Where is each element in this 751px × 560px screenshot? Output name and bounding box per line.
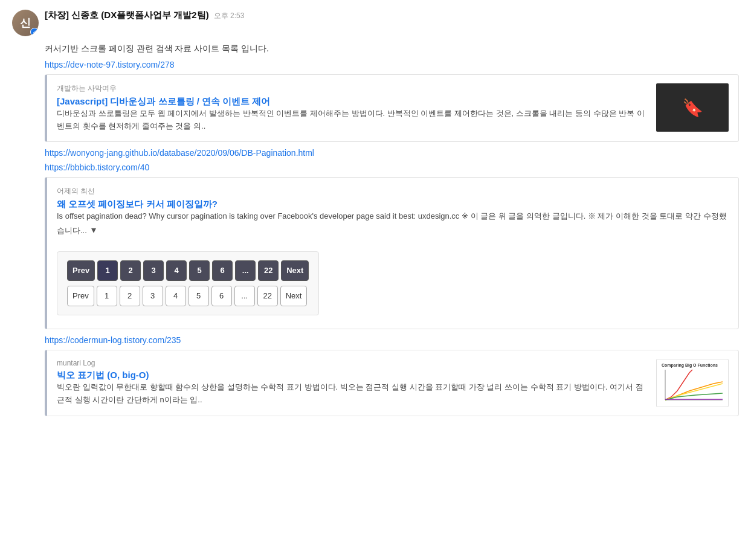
pagination-row-2: Prev 1 2 3 4 5 6 ... 22 Next [67, 286, 309, 306]
card3-thumbnail: Comparing Big O Functions [656, 359, 729, 407]
ellipsis-btn-2[interactable]: ... [234, 286, 255, 306]
page-3-btn-2[interactable]: 3 [143, 286, 163, 306]
page-6-btn-2[interactable]: 6 [211, 286, 232, 306]
message-header: 신 [차장] 신종호 (DX플랫폼사업부 개발2팀) 오후 2:53 [12, 10, 739, 36]
card2-desc: Is offset pagination dead? Why cursor pa… [57, 210, 729, 238]
preview-card-3: muntari Log 빅오 표기법 (O, big-O) 빅오란 입력값이 무… [45, 350, 739, 416]
link-3[interactable]: https://bbbicb.tistory.com/40 [45, 163, 739, 172]
prev-btn-1[interactable]: Prev [67, 260, 95, 281]
page-22-btn-1[interactable]: 22 [258, 260, 279, 281]
card1-content: 개발하는 사막여우 [Javascript] 디바운싱과 쓰로틀링 / 연속 이… [57, 83, 649, 133]
card3-content: muntari Log 빅오 표기법 (O, big-O) 빅오란 입력값이 무… [57, 359, 649, 407]
link-1[interactable]: https://dev-note-97.tistory.com/278 [45, 60, 739, 69]
bigo-chart: Comparing Big O Functions [659, 361, 726, 404]
card3-site: muntari Log [57, 359, 649, 367]
card1-desc: 디바운싱과 쓰로틀링은 모두 웹 페이지에서 발생하는 반복적인 이벤트를 제어… [57, 108, 649, 133]
page-2-btn-2[interactable]: 2 [120, 286, 140, 306]
page-22-btn-2[interactable]: 22 [257, 286, 278, 306]
card1-title[interactable]: [Javascript] 디바운싱과 쓰로틀링 / 연속 이벤트 제어 [57, 96, 270, 106]
page-2-btn-1[interactable]: 2 [120, 260, 141, 281]
card3-desc: 빅오란 입력값이 무한대로 향할때 함수의 상한을 설명하는 수학적 표기 방법… [57, 381, 649, 407]
page-5-btn-2[interactable]: 5 [189, 286, 209, 306]
page-5-btn-1[interactable]: 5 [189, 260, 210, 281]
ellipsis-btn-1[interactable]: ... [235, 260, 256, 281]
timestamp: 오후 2:53 [214, 11, 245, 21]
page-3-btn-1[interactable]: 3 [143, 260, 164, 281]
preview-card-2: 어제의 최선 왜 오프셋 페이징보다 커서 페이징일까? Is offset p… [45, 177, 739, 329]
pagination-row-1: Prev 1 2 3 4 5 6 ... 22 Next [67, 260, 309, 281]
card3-title[interactable]: 빅오 표기법 (O, big-O) [57, 370, 149, 380]
sender-name: [차장] 신종호 (DX플랫폼사업부 개발2팀) [45, 10, 209, 21]
card1-site: 개발하는 사막여우 [57, 83, 649, 94]
page-6-btn-1[interactable]: 6 [212, 260, 233, 281]
page-4-btn-2[interactable]: 4 [166, 286, 186, 306]
page-1-btn-2[interactable]: 1 [97, 286, 117, 306]
prev-btn-2[interactable]: Prev [67, 286, 94, 306]
pagination-demo: Prev 1 2 3 4 5 6 ... 22 Next [57, 246, 729, 320]
bookmark-icon: 🔖 [682, 98, 703, 118]
page-4-btn-1[interactable]: 4 [166, 260, 187, 281]
card2-title[interactable]: 왜 오프셋 페이징보다 커서 페이징일까? [57, 199, 218, 209]
card1-thumbnail: 🔖 [656, 83, 729, 132]
header-info: [차장] 신종호 (DX플랫폼사업부 개발2팀) 오후 2:53 [45, 10, 244, 21]
pagination-wrapper: Prev 1 2 3 4 5 6 ... 22 Next [57, 251, 319, 315]
card2-site: 어제의 최선 [57, 186, 729, 196]
next-btn-1[interactable]: Next [281, 260, 309, 281]
message-body: 커서기반 스크롤 페이징 관련 검색 자료 사이트 목록 입니다. https:… [45, 42, 739, 416]
link-2[interactable]: https://wonyong-jang.github.io/database/… [45, 148, 739, 158]
chat-container: 신 [차장] 신종호 (DX플랫폼사업부 개발2팀) 오후 2:53 커서기반 … [0, 0, 751, 560]
card2-content: 어제의 최선 왜 오프셋 페이징보다 커서 페이징일까? Is offset p… [57, 186, 729, 320]
preview-card-1: 개발하는 사막여우 [Javascript] 디바운싱과 쓰로틀링 / 연속 이… [45, 74, 739, 142]
page-1-btn-1[interactable]: 1 [97, 260, 118, 281]
intro-text: 커서기반 스크롤 페이징 관련 검색 자료 사이트 목록 입니다. [45, 42, 739, 55]
link-4[interactable]: https://codermun-log.tistory.com/235 [45, 335, 739, 345]
svg-text:Comparing Big O Functions: Comparing Big O Functions [662, 363, 718, 368]
next-btn-2[interactable]: Next [280, 286, 308, 306]
avatar: 신 [12, 10, 39, 36]
expand-icon[interactable]: ▾ [91, 225, 96, 235]
verified-badge [30, 28, 39, 36]
